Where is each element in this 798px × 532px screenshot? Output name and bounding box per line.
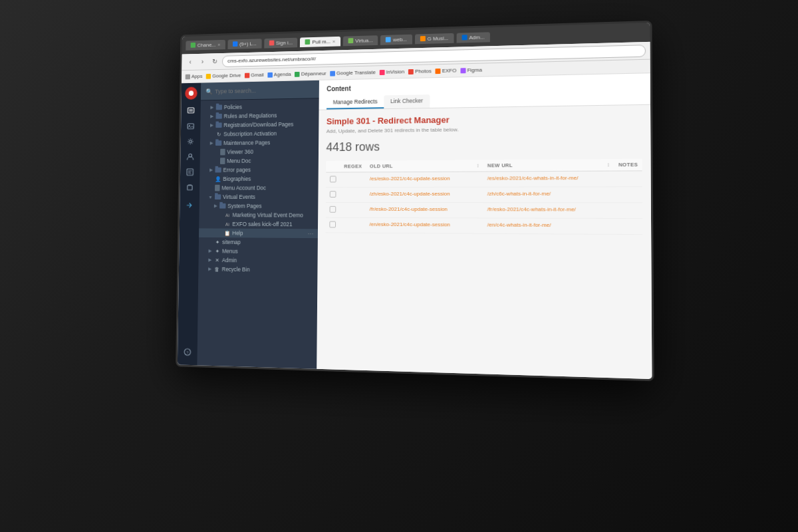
menudoc-label: Menu Doc bbox=[227, 158, 251, 164]
bookmark-depanneur[interactable]: Dépanneur bbox=[295, 70, 326, 77]
cms-logo[interactable] bbox=[185, 86, 198, 99]
bookmark-label-photos: Photos bbox=[415, 68, 432, 74]
tab-manage-redirects[interactable]: Manage Redirects bbox=[327, 95, 384, 109]
errorpages-chevron: ▶ bbox=[208, 168, 213, 173]
search-input[interactable] bbox=[215, 86, 314, 94]
content-rail-icon[interactable] bbox=[185, 104, 198, 117]
tab-link-checker[interactable]: Link Checker bbox=[384, 94, 430, 108]
tree-item-systempages[interactable]: ▶ System Pages bbox=[200, 201, 319, 211]
content-header-title: Content bbox=[327, 79, 642, 92]
browser-window: Chane... × (9+) L... Sign i... Pull m...… bbox=[178, 23, 652, 379]
policies-label: Policies bbox=[224, 104, 242, 110]
tab-favicon-7 bbox=[420, 36, 426, 41]
plugin-title: Simple 301 - Redirect Manager bbox=[327, 112, 642, 126]
row1-checkbox[interactable] bbox=[330, 176, 336, 182]
menuaccount-doc-icon bbox=[215, 185, 220, 192]
svg-rect-1 bbox=[188, 108, 194, 113]
row4-checkbox[interactable] bbox=[329, 221, 336, 228]
bookmark-favicon-gmail bbox=[245, 72, 250, 78]
tab-favicon-1 bbox=[191, 43, 196, 48]
col-sort1[interactable]: ↕ bbox=[472, 160, 483, 172]
browser-tab-3[interactable]: Sign i... bbox=[264, 37, 298, 48]
table-row: /es/esko-2021/c4c-update-session /es/esk… bbox=[326, 171, 642, 188]
tree-item-menudoc[interactable]: ▶ Menu Doc bbox=[200, 156, 319, 166]
bookmark-apps[interactable]: Apps bbox=[186, 73, 203, 79]
forward-button[interactable]: › bbox=[198, 57, 207, 67]
browser-tab-5[interactable]: Virtua... bbox=[343, 35, 378, 46]
row3-new-url[interactable]: /fr/esko-2021/c4c-whats-in-it-for-me/ bbox=[487, 206, 576, 212]
tree-panel: 🔍 ▶ Policies ▶ Rules and Regulations bbox=[197, 80, 319, 369]
browser-tab-4[interactable]: Pull m... × bbox=[300, 36, 340, 47]
media-rail-icon[interactable] bbox=[184, 120, 197, 132]
bookmark-translate[interactable]: Google Translate bbox=[330, 69, 376, 76]
table-row: /fr/esko-2021/c4c-update-session /fr/esk… bbox=[326, 202, 642, 218]
members-rail-icon[interactable] bbox=[184, 150, 197, 163]
bookmark-agenda[interactable]: Agenda bbox=[267, 71, 291, 77]
registration-chevron: ▶ bbox=[209, 123, 213, 128]
bookmark-photos[interactable]: Photos bbox=[408, 68, 432, 74]
virtualevents-folder-icon bbox=[215, 194, 221, 200]
bookmark-figma[interactable]: Figma bbox=[460, 67, 481, 74]
row4-new-url[interactable]: /en/c4c-whats-in-it-for-me/ bbox=[487, 221, 551, 228]
tree-item-marketing-demo[interactable]: ▶ Aì Marketing Virtual Event Demo bbox=[199, 210, 318, 219]
row1-new-url[interactable]: /es/esko-2021/c4c-whats-in-it-for-me/ bbox=[487, 175, 579, 182]
menuaccount-label: Menu Account Doc bbox=[221, 185, 266, 192]
tree-item-menuaccount[interactable]: ▶ Menu Account Doc bbox=[200, 183, 319, 192]
help-rail-icon[interactable]: ? bbox=[182, 345, 194, 358]
rules-chevron: ▶ bbox=[209, 114, 213, 119]
tree-item-viewer360[interactable]: ▶ Viewer 360 bbox=[200, 146, 319, 156]
bookmark-exfo[interactable]: EXFO bbox=[436, 68, 457, 74]
systempages-label: System Pages bbox=[227, 203, 261, 209]
browser-tab-8[interactable]: Adm... bbox=[456, 32, 489, 43]
svg-point-0 bbox=[189, 90, 194, 96]
bookmark-invision[interactable]: InVision bbox=[380, 68, 405, 75]
forms-rail-icon[interactable] bbox=[184, 166, 196, 178]
help-context-menu-icon[interactable]: ··· bbox=[308, 231, 314, 237]
redirect-rail-icon[interactable] bbox=[184, 199, 196, 211]
row3-checkbox[interactable] bbox=[330, 206, 336, 213]
redirect-table: REGEX OLD URL ↕ NEW URL ↕ NOTES bbox=[325, 159, 642, 235]
admin-label: Admin bbox=[222, 257, 237, 263]
table-row: /en/esko-2021/c4c-update-session /en/c4c… bbox=[325, 217, 642, 235]
col-notes: NOTES bbox=[614, 159, 642, 171]
browser-tab-7[interactable]: G Musl... bbox=[415, 33, 454, 44]
errorpages-label: Error pages bbox=[223, 166, 250, 173]
packages-rail-icon[interactable] bbox=[184, 181, 196, 194]
col-sort2[interactable]: ↕ bbox=[602, 159, 614, 171]
tree-item-exfo-kickoff[interactable]: ▶ Aì EXFO sales kick-off 2021 bbox=[199, 219, 318, 229]
tab-label-7: G Musl... bbox=[427, 35, 448, 42]
recycle-chevron: ▶ bbox=[207, 267, 212, 272]
browser-tab-1[interactable]: Chane... × bbox=[186, 39, 225, 50]
content-panel: Content Manage Redirects Link Checker Si… bbox=[317, 73, 652, 379]
bookmark-gdrive[interactable]: Google Drive bbox=[206, 72, 241, 79]
tab-favicon-4 bbox=[305, 39, 311, 45]
back-button[interactable]: ‹ bbox=[186, 57, 196, 67]
settings-rail-icon[interactable] bbox=[184, 135, 197, 148]
reload-button[interactable]: ↻ bbox=[209, 56, 219, 66]
tree-item-errorpages[interactable]: ▶ Error pages bbox=[200, 165, 318, 175]
row2-new-url[interactable]: /zh/c6c-whats-in-it-for-me/ bbox=[487, 191, 551, 197]
admin-icon: ✕ bbox=[214, 257, 220, 263]
tree-item-biographies[interactable]: ▶ 👤 Biographies bbox=[200, 174, 319, 184]
cms-layout: ? 🔍 ▶ Policies bbox=[178, 73, 652, 379]
browser-tab-6[interactable]: web... bbox=[380, 34, 412, 45]
row2-checkbox[interactable] bbox=[330, 191, 336, 198]
tree-item-help[interactable]: ▶ 📋 Help ··· bbox=[199, 228, 318, 238]
tree-item-virtualevents[interactable]: ▼ Virtual Events bbox=[200, 192, 319, 201]
tree-item-recycle[interactable]: ▶ 🗑 Recycle Bin bbox=[198, 265, 317, 275]
tab-favicon-6 bbox=[386, 37, 391, 43]
tab-close-1[interactable]: × bbox=[217, 41, 220, 47]
row2-old-url[interactable]: /zh/esko-2021/c4c-update-session bbox=[370, 191, 450, 197]
row4-old-url[interactable]: /en/esko-2021/c4c-update-session bbox=[369, 221, 450, 228]
browser-tab-2[interactable]: (9+) L... bbox=[227, 39, 261, 49]
bookmark-label-exfo: EXFO bbox=[442, 68, 457, 74]
bookmark-favicon-invision bbox=[380, 69, 385, 74]
viewer360-label: Viewer 360 bbox=[227, 148, 253, 155]
col-checkbox bbox=[326, 161, 340, 172]
row3-old-url[interactable]: /fr/esko-2021/c4c-update-session bbox=[370, 206, 448, 212]
row1-old-url[interactable]: /es/esko-2021/c4c-update-session bbox=[370, 176, 450, 182]
tab-close-4[interactable]: × bbox=[332, 38, 336, 44]
search-icon: 🔍 bbox=[205, 88, 212, 94]
subscription-icon: ↻ bbox=[215, 131, 221, 138]
bookmark-gmail[interactable]: Gmail bbox=[245, 72, 264, 78]
